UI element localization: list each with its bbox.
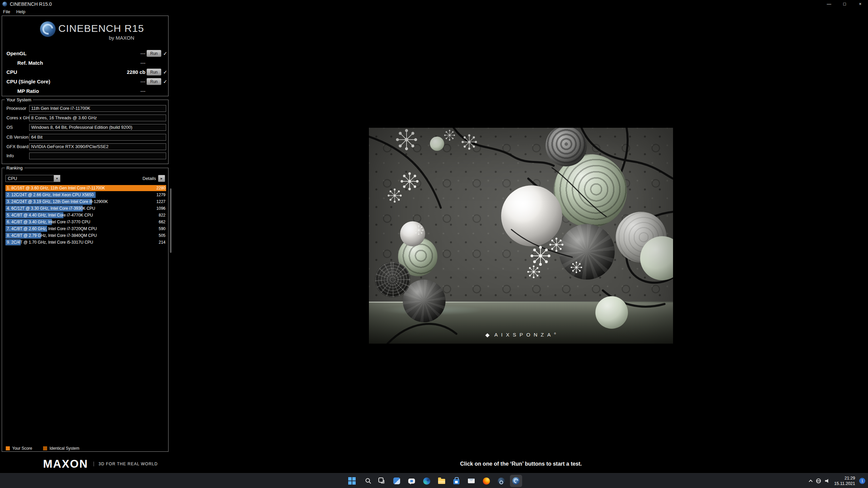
ranking-row-value: 214 — [159, 239, 165, 246]
ranking-row-8[interactable]: 8. 4C/8T @ 2.79 GHz, Intel Core i7-3840Q… — [5, 232, 166, 239]
ranking-row-6[interactable]: 6. 4C/8T @ 3.40 GHz, Intel Core i7-3770 … — [5, 219, 166, 225]
task-view-icon — [378, 477, 383, 483]
your-system-title: Your System — [5, 97, 33, 102]
ranking-row-value: 1227 — [156, 198, 165, 205]
processor-field[interactable]: 11th Gen Intel Core i7-11700K — [29, 105, 166, 112]
system-row: Info — [2, 152, 169, 159]
maxon-footer: MAXON 3D FOR THE REAL WORLD — [43, 458, 158, 470]
refmatch-value: --- — [100, 60, 145, 66]
run-cpu-button[interactable]: Run — [146, 68, 161, 76]
opengl-check-icon[interactable]: ✓ — [163, 50, 167, 57]
network-icon[interactable] — [816, 479, 821, 483]
cpu-single-value: --- — [100, 79, 145, 84]
gfx-board-field[interactable]: NVIDIA GeForce RTX 3090/PCIe/SSE2 — [29, 143, 166, 150]
ranking-row-value: 2280 — [156, 185, 165, 191]
aixsponza-watermark: AIXSPONZA® — [369, 332, 673, 338]
dandelion-overlay — [369, 128, 673, 344]
ranking-row-value: 662 — [159, 219, 165, 225]
file-explorer-button[interactable] — [435, 475, 448, 487]
ranking-row-value: 590 — [159, 225, 165, 232]
system-tray: 21:29 15.11.2021 1 — [809, 473, 865, 488]
ranking-row-1[interactable]: 1. 8C/16T @ 3.60 GHz, 11th Gen Intel Cor… — [5, 185, 166, 191]
minimize-button[interactable]: — — [821, 0, 837, 8]
ranking-row-label: 4. 6C/12T @ 3.30 GHz, Intel Core i7-3930… — [7, 205, 95, 212]
menu-file[interactable]: File — [0, 9, 13, 14]
ranking-row-7[interactable]: 7. 4C/8T @ 2.60 GHz, Intel Core i7-3720Q… — [5, 225, 166, 232]
ranking-row-value: 1096 — [156, 205, 165, 212]
ranking-row-3[interactable]: 3. 24C/24T @ 3.19 GHz, 12th Gen Intel Co… — [5, 198, 166, 205]
cinebench-logo-icon — [40, 21, 56, 37]
taskbar-clock[interactable]: 21:29 15.11.2021 — [834, 475, 855, 487]
render-viewport: AIXSPONZA® — [369, 128, 673, 344]
run-opengl-button[interactable]: Run — [146, 50, 161, 57]
ranking-legend: Your Score Identical System — [6, 446, 79, 451]
cores-label: Cores x GHz — [6, 115, 32, 121]
benchmark-row-opengl: OpenGL --- Run ✓ — [2, 50, 169, 57]
cpu-check-icon[interactable]: ✓ — [163, 69, 167, 75]
mail-icon — [468, 479, 475, 483]
menu-help[interactable]: Help — [13, 9, 28, 14]
chat-button[interactable] — [406, 475, 418, 487]
os-label: OS — [6, 124, 13, 131]
ranking-filter-dropdown[interactable]: CPU ▾ — [5, 175, 60, 182]
ranking-panel: Ranking CPU ▾ Details ▸ 1. 8C/16T @ 3.60… — [2, 168, 169, 452]
ranking-row-2[interactable]: 2. 12C/24T @ 2.66 GHz, Intel Xeon CPU X5… — [5, 191, 166, 198]
start-button[interactable] — [346, 475, 358, 487]
ranking-row-label: 1. 8C/16T @ 3.60 GHz, 11th Gen Intel Cor… — [7, 185, 105, 191]
opengl-label: OpenGL — [6, 50, 26, 56]
close-button[interactable]: × — [852, 0, 868, 8]
benchmark-row-refmatch: Ref. Match --- — [2, 59, 169, 67]
steam-button[interactable] — [495, 475, 507, 487]
maximize-button[interactable]: □ — [837, 0, 852, 8]
maxon-logo: MAXON — [43, 458, 88, 470]
ranking-row-4[interactable]: 4. 6C/12T @ 3.30 GHz, Intel Core i7-3930… — [5, 205, 166, 212]
clock-date: 15.11.2021 — [834, 481, 855, 486]
cpu-single-check-icon[interactable]: ✓ — [163, 79, 167, 85]
ranking-row-value: 822 — [159, 212, 165, 219]
edge-button[interactable] — [420, 475, 433, 487]
file-explorer-icon — [438, 479, 445, 484]
volume-icon[interactable] — [825, 479, 830, 483]
firefox-button[interactable] — [480, 475, 492, 487]
details-button[interactable]: ▸ — [158, 175, 165, 182]
chevron-down-icon[interactable]: ▾ — [54, 175, 60, 182]
maxon-tagline: 3D FOR THE REAL WORLD — [94, 462, 158, 466]
refmatch-label: Ref. Match — [17, 60, 43, 66]
notification-badge[interactable]: 1 — [859, 478, 865, 484]
cinebench-taskbar-button[interactable] — [510, 475, 522, 487]
cpu-score-value: 2280 cb — [100, 69, 145, 75]
ranking-row-label: 9. 2C/4T @ 1.70 GHz, Intel Core i5-3317U… — [7, 239, 93, 246]
opengl-value: --- — [100, 50, 145, 56]
app-logo-title: CINEBENCH R15 — [58, 23, 144, 34]
ranking-row-5[interactable]: 5. 4C/8T @ 4.40 GHz, Intel Core i7-4770K… — [5, 212, 166, 219]
widgets-button[interactable] — [391, 475, 403, 487]
app-logo-subtitle: by MAXON — [58, 35, 134, 41]
search-button[interactable] — [361, 475, 373, 487]
status-hint: Click on one of the ‘Run’ buttons to sta… — [369, 461, 673, 467]
cores-field[interactable]: 8 Cores, 16 Threads @ 3.60 GHz — [29, 115, 166, 121]
ranking-scrollbar[interactable] — [170, 188, 172, 253]
cb-version-field[interactable]: 64 Bit — [29, 134, 166, 141]
info-field[interactable] — [29, 152, 166, 159]
ranking-filter-value: CPU — [8, 176, 17, 181]
task-view-button[interactable] — [376, 475, 388, 487]
benchmark-row-cpu: CPU 2280 cb Run ✓ — [2, 68, 169, 76]
cinebench-icon — [512, 477, 520, 485]
os-field[interactable]: Windows 8, 64 Bit, Professional Edition … — [29, 124, 166, 131]
window-title: CINEBENCH R15.0 — [10, 1, 52, 7]
taskbar-center-icons — [346, 473, 522, 488]
your-score-swatch — [6, 446, 10, 450]
taskbar: 21:29 15.11.2021 1 — [0, 473, 868, 488]
ranking-row-9[interactable]: 9. 2C/4T @ 1.70 GHz, Intel Core i5-3317U… — [5, 239, 166, 246]
window-controls: — □ × — [821, 0, 868, 8]
mail-button[interactable] — [465, 475, 477, 487]
run-cpu-single-button[interactable]: Run — [146, 78, 161, 85]
widgets-icon — [393, 477, 400, 484]
tray-chevron-up-icon[interactable] — [809, 480, 813, 483]
start-icon — [348, 477, 356, 485]
ranking-title: Ranking — [5, 165, 24, 170]
identical-system-label: Identical System — [50, 446, 79, 451]
store-button[interactable] — [450, 475, 462, 487]
menu-bar: File Help — [0, 8, 868, 16]
benchmark-row-cpu-single: CPU (Single Core) --- Run ✓ — [2, 78, 169, 85]
